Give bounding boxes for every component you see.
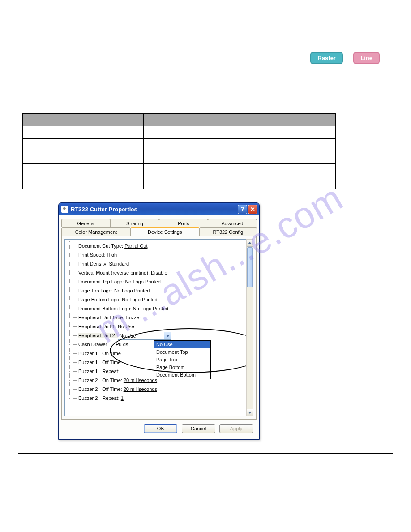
setting-label: Buzzer 2 - Off Time: [78, 386, 124, 392]
tree-item[interactable]: Peripheral Unit Type: Buzzer [78, 313, 244, 322]
tab-device-settings[interactable]: Device Settings [130, 227, 200, 236]
ok-button[interactable]: OK [144, 424, 177, 433]
setting-label: Buzzer 1 - Off Time [78, 360, 121, 365]
peripheral-unit-2-combo[interactable]: No Use [118, 332, 171, 340]
tab-sharing[interactable]: Sharing [110, 219, 159, 227]
setting-value[interactable]: No Logo Printed [122, 297, 158, 302]
setting-label: Cash Drawer 1 - Pu [78, 342, 123, 347]
dropdown-option-document-bottom[interactable]: Document Bottom [154, 371, 210, 379]
setting-value[interactable]: Partial Cut [124, 243, 147, 249]
tab-color-management[interactable]: Color Management [61, 227, 131, 236]
dropdown-option-document-top[interactable]: Document Top [154, 348, 210, 356]
setting-label: Page Top Logo: [78, 288, 114, 293]
peripheral-unit-2-dropdown[interactable]: No Use Document Top Page Top Page Bottom… [154, 340, 211, 379]
vertical-scrollbar[interactable] [246, 239, 253, 416]
footer-divider [18, 453, 393, 454]
apply-button: Apply [219, 424, 253, 433]
setting-label: Peripheral Unit Type: [78, 315, 126, 320]
setting-value[interactable]: No Logo Printed [114, 288, 150, 293]
help-button[interactable]: ? [238, 205, 247, 214]
settings-options-table [22, 113, 336, 189]
setting-value[interactable]: 20 milliseconds [124, 386, 157, 392]
tree-item[interactable]: Buzzer 2 - Off Time: 20 milliseconds [78, 385, 244, 394]
tree-item[interactable]: Document Top Logo: No Logo Printed [78, 277, 244, 286]
setting-value[interactable]: No Logo Printed [133, 306, 169, 311]
dropdown-option-page-bottom[interactable]: Page Bottom [154, 364, 210, 371]
setting-label: Page Bottom Logo: [78, 297, 122, 302]
line-badge: Line [353, 52, 380, 64]
setting-value[interactable]: No Logo Printed [125, 279, 161, 284]
tree-item[interactable]: Print Speed: High [78, 250, 244, 259]
tree-item[interactable]: Print Density: Standard [78, 259, 244, 268]
setting-value[interactable]: 1 [121, 395, 124, 401]
setting-label: Print Speed: [78, 252, 107, 257]
scroll-thumb[interactable] [247, 247, 253, 287]
tab-advanced[interactable]: Advanced [208, 219, 257, 227]
raster-badge: Raster [310, 52, 342, 64]
setting-label: Buzzer 1 - Repeat: [78, 369, 120, 374]
titlebar[interactable]: RT322 Cutter Properties ? ✕ [59, 203, 259, 215]
scroll-down-button[interactable] [247, 409, 253, 416]
settings-tree[interactable]: Document Cut Type: Partial CutPrint Spee… [64, 239, 246, 416]
tree-item[interactable]: Peripheral Unit 2: No Use [78, 331, 244, 340]
tree-item[interactable]: Buzzer 2 - Repeat: 1 [78, 394, 244, 403]
tab-panel: Document Cut Type: Partial CutPrint Spee… [61, 236, 257, 420]
setting-label: Peripheral Unit 2: [78, 333, 118, 338]
header-divider [18, 45, 393, 45]
setting-label: Document Bottom Logo: [78, 306, 133, 311]
tree-item[interactable]: Document Bottom Logo: No Logo Printed [78, 304, 244, 313]
setting-value[interactable]: No Use [118, 324, 134, 329]
setting-label: Peripheral Unit 1: [78, 324, 118, 329]
setting-label: Document Cut Type: [78, 243, 124, 249]
printer-icon [61, 206, 68, 213]
setting-value[interactable]: Buzzer [126, 315, 141, 320]
setting-value[interactable]: Standard [109, 261, 129, 266]
tree-item[interactable]: Document Cut Type: Partial Cut [78, 241, 244, 250]
tab-rt322-config[interactable]: RT322 Config [199, 227, 257, 236]
setting-value[interactable]: 20 milliseconds [124, 378, 157, 383]
setting-value[interactable]: Disable [151, 270, 167, 275]
cancel-button[interactable]: Cancel [182, 424, 215, 433]
dropdown-option-no-use[interactable]: No Use [154, 341, 210, 348]
properties-dialog: RT322 Cutter Properties ? ✕ General Shar… [58, 202, 260, 440]
close-button[interactable]: ✕ [248, 205, 257, 214]
setting-label: Buzzer 2 - On Time: [78, 378, 124, 383]
setting-label: Vertical Mount (reverse printing): [78, 270, 151, 275]
tab-general[interactable]: General [61, 219, 111, 227]
setting-label: Document Top Logo: [78, 279, 125, 284]
tree-item[interactable]: Peripheral Unit 1: No Use [78, 322, 244, 331]
setting-value[interactable]: High [107, 252, 117, 257]
tree-item[interactable]: Page Top Logo: No Logo Printed [78, 286, 244, 295]
tab-ports[interactable]: Ports [159, 219, 208, 227]
chevron-down-icon[interactable] [164, 332, 171, 339]
tree-item[interactable]: Vertical Mount (reverse printing): Disab… [78, 268, 244, 277]
setting-value[interactable]: ds [123, 342, 128, 347]
setting-label: Buzzer 2 - Repeat: [78, 395, 121, 401]
setting-label: Print Density: [78, 261, 109, 266]
scroll-up-button[interactable] [247, 240, 253, 247]
setting-label: Buzzer 1 - On Time [78, 351, 121, 356]
window-title: RT322 Cutter Properties [71, 206, 238, 213]
tree-item[interactable]: Page Bottom Logo: No Logo Printed [78, 295, 244, 304]
dropdown-option-page-top[interactable]: Page Top [154, 356, 210, 364]
